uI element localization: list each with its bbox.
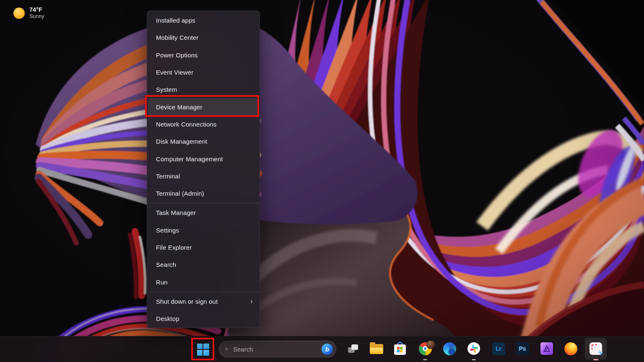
menu-item-power-options[interactable]: Power Options (148, 47, 259, 64)
menu-item-label: Computer Management (156, 155, 223, 163)
menu-item-disk-management[interactable]: Disk Management (148, 133, 259, 150)
menu-item-label: Run (156, 279, 168, 286)
taskbar-app-lightroom[interactable]: Lr (489, 339, 508, 358)
menu-item-desktop[interactable]: Desktop (148, 310, 259, 327)
menu-separator (148, 203, 259, 203)
weather-temperature: 74°F (29, 6, 44, 13)
menu-item-label: Desktop (156, 315, 179, 322)
task-view-icon (345, 342, 361, 356)
menu-item-mobility-center[interactable]: Mobility Center (148, 29, 259, 46)
menu-item-label: Task Manager (156, 209, 196, 216)
lightroom-icon: Lr (492, 342, 505, 355)
taskbar-app-slack[interactable] (465, 339, 483, 358)
edge-icon (443, 342, 456, 355)
taskbar-app-photoshop[interactable]: Ps (513, 339, 532, 358)
menu-item-device-manager[interactable]: Device Manager (148, 98, 259, 115)
menu-item-shut-down-or-sign-out[interactable]: Shut down or sign out › (148, 293, 259, 310)
running-indicator-slack (472, 359, 476, 360)
snipping-tool-icon: ✂ (589, 342, 602, 355)
menu-item-label: Search (156, 261, 176, 268)
menu-item-installed-apps[interactable]: Installed apps (148, 12, 259, 29)
menu-item-file-explorer[interactable]: File Explorer (148, 239, 259, 256)
lightroom-badge: Lr (496, 345, 501, 352)
menu-item-event-viewer[interactable]: Event Viewer (148, 64, 259, 81)
menu-item-label: File Explorer (156, 244, 192, 251)
running-indicator-snipping-tool (593, 359, 598, 360)
menu-item-computer-management[interactable]: Computer Management (148, 150, 259, 167)
menu-item-terminal-admin[interactable]: Terminal (Admin) (148, 185, 259, 202)
menu-item-label: Disk Management (156, 138, 207, 145)
taskbar-app-snipping-tool[interactable]: ✂ (585, 338, 607, 359)
taskbar-app-chrome[interactable] (416, 339, 434, 358)
search-input[interactable] (232, 345, 317, 353)
menu-item-task-manager[interactable]: Task Manager (148, 204, 259, 221)
taskbar-app-affinity-photo[interactable] (538, 339, 556, 358)
menu-item-label: Power Options (156, 52, 198, 59)
taskbar-app-file-explorer[interactable] (367, 339, 386, 358)
chrome-icon (419, 342, 432, 355)
menu-item-label: Mobility Center (156, 34, 199, 41)
menu-item-settings[interactable]: Settings (148, 222, 259, 239)
affinity-photo-icon (540, 342, 553, 355)
firefox-icon (564, 342, 577, 355)
photoshop-icon: Ps (516, 342, 529, 355)
slack-icon (467, 342, 480, 355)
taskbar-app-task-view[interactable] (344, 339, 362, 358)
sun-icon (13, 8, 25, 19)
menu-item-label: Terminal (156, 173, 180, 180)
menu-item-search[interactable]: Search (148, 256, 259, 273)
bing-chat-icon[interactable]: b (322, 344, 333, 355)
wallpaper (0, 0, 644, 362)
running-indicator-chrome (423, 359, 427, 360)
photoshop-badge: Ps (519, 345, 526, 352)
menu-item-label: Terminal (Admin) (156, 190, 204, 197)
menu-item-label: System (156, 86, 177, 93)
menu-item-system[interactable]: System (148, 81, 259, 98)
search-bar[interactable]: b (219, 341, 336, 357)
menu-item-label: Settings (156, 227, 179, 234)
chrome-profile-avatar (426, 340, 435, 349)
winx-menu: Installed apps Mobility Center Power Opt… (147, 10, 260, 328)
taskbar-app-firefox[interactable] (561, 339, 580, 358)
chevron-right-icon: › (250, 297, 253, 305)
start-button[interactable] (193, 339, 213, 359)
menu-item-network-connections[interactable]: Network Connections (148, 116, 259, 133)
menu-item-terminal[interactable]: Terminal (148, 168, 259, 185)
search-icon (225, 346, 228, 353)
file-explorer-icon (370, 343, 383, 354)
taskbar-app-edge[interactable] (440, 339, 459, 358)
menu-item-label: Network Connections (156, 121, 216, 128)
menu-item-run[interactable]: Run (148, 273, 259, 290)
microsoft-store-icon (394, 342, 406, 355)
menu-item-label: Event Viewer (156, 69, 193, 76)
menu-item-label: Installed apps (156, 17, 195, 24)
menu-separator (148, 292, 259, 292)
windows-logo-icon (197, 344, 209, 356)
taskbar-app-microsoft-store[interactable] (391, 339, 409, 358)
weather-condition: Sunny (29, 13, 44, 20)
menu-item-label: Device Manager (156, 103, 203, 111)
menu-item-label: Shut down or sign out (156, 298, 218, 305)
weather-widget[interactable]: 74°F Sunny (10, 3, 47, 23)
desktop: Installed apps Mobility Center Power Opt… (0, 0, 644, 362)
